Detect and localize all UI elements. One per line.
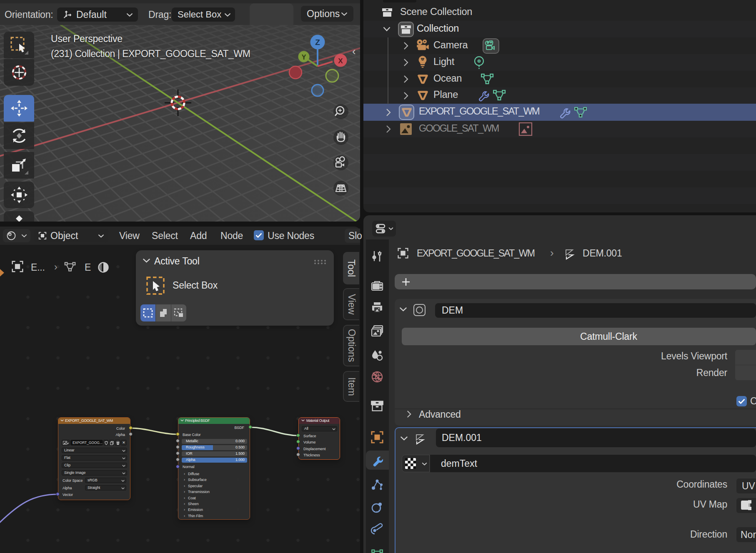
svg-text:Y: Y (302, 54, 306, 61)
svg-text:X: X (338, 57, 343, 65)
svg-text:Z: Z (315, 38, 320, 47)
